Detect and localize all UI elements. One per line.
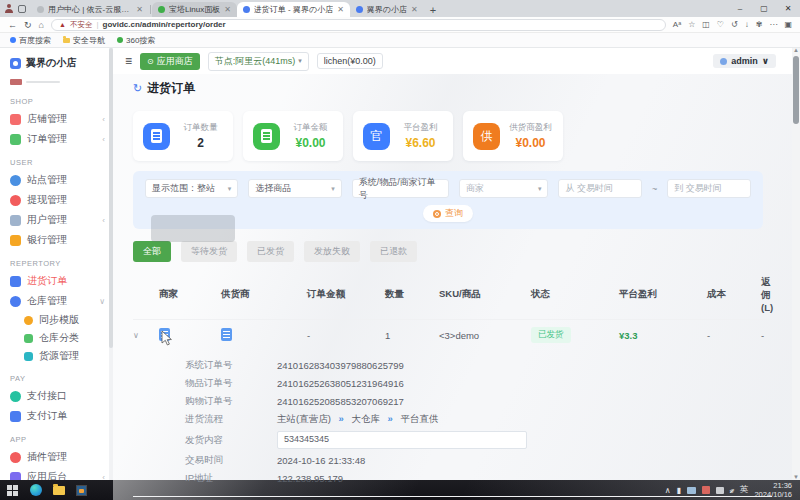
sidebar-section-shop: SHOP — [10, 97, 113, 106]
home-icon[interactable]: ⌂ — [39, 20, 44, 30]
back-icon[interactable]: ← — [8, 20, 17, 30]
stats-cards: 订单数量 2 订单金额 ¥0.00 官 平台盈利 ¥6.60 — [133, 111, 772, 161]
stat-card-platform-profit: 官 平台盈利 ¥6.60 — [353, 111, 453, 161]
favorite-star-icon[interactable]: ☆ — [688, 20, 695, 29]
insecure-warning-icon: ▲ — [59, 21, 66, 28]
sidebar-item-user-manage[interactable]: 用户管理 ‹ — [10, 210, 113, 230]
time-to-input[interactable]: 到 交易时间 — [667, 179, 751, 198]
sidebar-item-warehouse-manage[interactable]: 仓库管理 ∨ — [10, 291, 113, 311]
split-screen-icon[interactable]: ◫ — [702, 20, 710, 29]
downloads-icon[interactable]: ↓ — [745, 20, 749, 29]
sidebar-section-repertory: REPERTORY — [10, 259, 113, 268]
window-close-button[interactable]: ✕ — [776, 0, 800, 17]
more-menu-icon[interactable]: ⋯ — [769, 20, 777, 29]
row-detail: 系统订单号 241016283403979880625799 物品订单号 241… — [133, 350, 772, 496]
read-aloud-icon[interactable]: Aᵃ — [673, 20, 681, 29]
browser-profile-icon[interactable] — [4, 4, 13, 13]
scroll-up-icon[interactable]: ▲ — [793, 47, 799, 53]
pay-interface-icon — [10, 391, 21, 402]
time-from-input[interactable]: 从 交易时间 — [558, 179, 642, 198]
platform-profit-icon: 官 — [363, 123, 390, 150]
chevron-down-icon: ∨ — [762, 56, 769, 66]
chevron-down-icon: ▾ — [228, 185, 232, 193]
sidebar-item-plugin-manage[interactable]: 插件管理 — [10, 447, 113, 467]
tab-close-icon[interactable]: ✕ — [136, 5, 143, 14]
sidebar: 翼界の小店 SHOP 店铺管理 ‹ 订单管理 ‹ USER 站点管理 提现管理 … — [0, 48, 113, 480]
bookmark-360[interactable]: 360搜索 — [117, 35, 155, 46]
tab-actions-icon[interactable] — [18, 5, 26, 13]
new-tab-button[interactable]: + — [430, 4, 436, 16]
browser-tab-1[interactable]: 用户中心 | 依云-云服务器 ✕ — [31, 2, 149, 17]
hamburger-menu-icon[interactable]: ≡ — [125, 54, 132, 68]
tab-close-icon[interactable]: ✕ — [224, 5, 231, 14]
browser-tab-bar: 用户中心 | 依云-云服务器 ✕ 宝塔Linux面板 ✕ 进货订单 - 翼界の小… — [0, 0, 800, 17]
merchant-select[interactable]: 商家 ▾ — [459, 179, 548, 198]
brand-name: 翼界の小店 — [26, 56, 76, 70]
sidebar-item-bank-manage[interactable]: 银行管理 — [10, 230, 113, 250]
balance-button[interactable]: lichen(¥0.00) — [317, 53, 383, 69]
app-store-button[interactable]: ⊙ 应用商店 — [140, 53, 200, 70]
edge-taskbar-icon[interactable] — [29, 484, 42, 497]
file-explorer-icon[interactable] — [52, 484, 65, 497]
shopping-order-no: 241016252085853207069217 — [277, 396, 404, 407]
photos-app-icon[interactable] — [75, 484, 88, 497]
bookmark-safe-nav[interactable]: 安全导航 — [63, 35, 105, 46]
tooltip-ghost — [151, 215, 235, 242]
sidebar-item-app-backend[interactable]: 应用后台 ‹ — [10, 467, 113, 480]
sidebar-item-store-manage[interactable]: 店铺管理 ‹ — [10, 109, 113, 129]
supplier-icon[interactable] — [221, 328, 232, 341]
order-no-input[interactable]: 系统/物品/商家订单号 — [352, 179, 449, 198]
extensions-icon[interactable]: ✾ — [756, 20, 763, 29]
chevron-down-icon: ▾ — [331, 185, 335, 193]
scope-select[interactable]: 显示范围：整站 ▾ — [145, 179, 238, 198]
sidebar-item-site-manage[interactable]: 站点管理 — [10, 170, 113, 190]
tab-favicon — [37, 6, 44, 13]
tab-all[interactable]: 全部 — [133, 241, 171, 262]
chevron-right-icon: ‹ — [102, 216, 105, 225]
sidebar-item-purchase-orders[interactable]: 进货订单 — [10, 271, 113, 291]
sidebar-item-pay-interface[interactable]: 支付接口 — [10, 386, 113, 406]
window-maximize-button[interactable]: ▢ — [752, 0, 776, 17]
collections-icon[interactable]: ♡ — [717, 20, 724, 29]
page-scrollbar[interactable]: ▲ ▼ — [792, 48, 800, 480]
tab-refunded[interactable]: 已退款 — [370, 241, 417, 262]
window-minimize-button[interactable]: – — [728, 0, 752, 17]
tab-favicon — [243, 6, 250, 13]
sidebar-item-warehouse-category[interactable]: 仓库分类 — [10, 329, 113, 347]
row-expand-toggle[interactable]: ∨ — [133, 331, 159, 340]
chevron-right-icon: ‹ — [102, 135, 105, 144]
chevron-right-icon: ‹ — [102, 115, 105, 124]
warehouse-category-icon — [24, 334, 33, 343]
copilot-sidebar-icon[interactable]: ▣ — [784, 20, 792, 29]
orders-table: 商家 供货商 订单金额 数量 SKU/商品 状态 平台盈利 成本 返佣(L) ∨… — [133, 270, 772, 500]
scrollbar-thumb[interactable] — [793, 56, 799, 124]
tab-shipped[interactable]: 已发货 — [247, 241, 294, 262]
product-select[interactable]: 选择商品 ▾ — [248, 179, 341, 198]
bookmark-baidu[interactable]: 百度搜索 — [10, 35, 51, 46]
admin-topbar: ≡ ⊙ 应用商店 节点:阿里云(441ms) ▾ lichen(¥0.00) a… — [113, 48, 800, 74]
tab-waiting-ship[interactable]: 等待发货 — [181, 241, 237, 262]
tab-failed[interactable]: 发放失败 — [304, 241, 360, 262]
tab-close-icon[interactable]: ✕ — [411, 5, 418, 14]
browser-tab-2[interactable]: 宝塔Linux面板 ✕ — [152, 2, 237, 17]
browser-tab-3-active[interactable]: 进货订单 - 翼界の小店 ✕ — [237, 2, 350, 17]
order-icon — [10, 134, 21, 145]
sidebar-item-order-manage[interactable]: 订单管理 ‹ — [10, 129, 113, 149]
sidebar-item-withdraw-manage[interactable]: 提现管理 — [10, 190, 113, 210]
sidebar-item-supply-manage[interactable]: 货源管理 — [10, 347, 113, 365]
tab-close-icon[interactable]: ✕ — [337, 5, 344, 14]
sync-template-icon — [24, 316, 33, 325]
start-button[interactable] — [6, 484, 19, 497]
supply-icon — [24, 352, 33, 361]
history-icon[interactable]: ↺ — [731, 20, 738, 29]
browser-tab-4[interactable]: 翼界の小店 ✕ — [350, 2, 424, 17]
sidebar-item-sync-template[interactable]: 同步模版 — [10, 311, 113, 329]
scroll-down-icon[interactable]: ▼ — [793, 474, 799, 480]
sidebar-item-pay-orders[interactable]: 支付订单 — [10, 406, 113, 426]
node-select[interactable]: 节点:阿里云(441ms) ▾ — [208, 52, 309, 71]
search-button[interactable]: 查询 — [423, 205, 473, 222]
ship-content-box[interactable]: 534345345 — [277, 431, 527, 449]
admin-menu[interactable]: admin ∨ — [713, 54, 776, 68]
address-bar[interactable]: ▲ 不安全 | govidc.cn/admin/repertory/order — [51, 19, 666, 31]
refresh-icon[interactable]: ↻ — [24, 20, 32, 30]
